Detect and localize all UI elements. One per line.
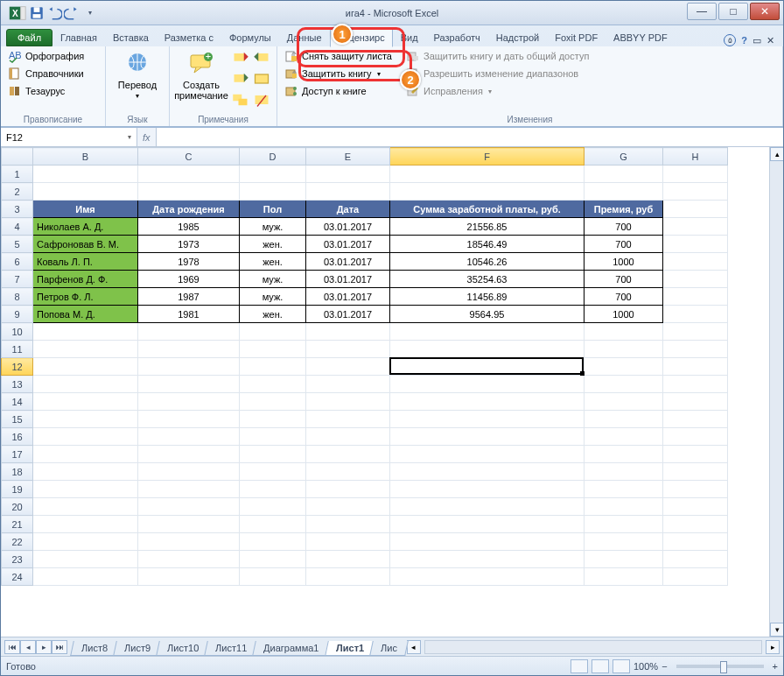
cell[interactable] xyxy=(663,393,728,411)
cell[interactable] xyxy=(33,516,138,533)
row-header[interactable]: 13 xyxy=(2,376,33,393)
cell[interactable] xyxy=(584,463,663,481)
ribbon-tab[interactable]: Foxit PDF xyxy=(547,28,606,46)
cell[interactable] xyxy=(306,516,390,533)
cell[interactable] xyxy=(390,428,584,446)
cell[interactable] xyxy=(138,516,240,533)
row-header[interactable]: 8 xyxy=(2,288,33,306)
row-header[interactable]: 7 xyxy=(2,271,33,288)
cell[interactable] xyxy=(584,446,663,463)
cell[interactable]: 1981 xyxy=(138,306,240,323)
select-all-corner[interactable] xyxy=(2,148,33,165)
show-all-comments-icon[interactable] xyxy=(231,90,250,109)
cell[interactable]: 03.01.2017 xyxy=(306,306,390,323)
cell[interactable] xyxy=(240,341,306,358)
grid[interactable]: BCDEFGH123ИмяДата рожденияПолДатаСумма з… xyxy=(1,147,783,637)
tab-nav-first-icon[interactable]: ⏮ xyxy=(4,640,20,654)
sheet-tab[interactable]: Лист10 xyxy=(156,641,210,656)
ribbon-tab[interactable]: Данные xyxy=(279,28,330,46)
cell[interactable] xyxy=(306,533,390,551)
cell[interactable]: 03.01.2017 xyxy=(306,253,390,271)
save-icon[interactable] xyxy=(29,5,45,21)
cell[interactable] xyxy=(306,411,390,428)
cell[interactable] xyxy=(306,498,390,516)
cell[interactable] xyxy=(390,323,584,341)
cell[interactable]: Николаев А. Д. xyxy=(33,218,138,236)
cell[interactable] xyxy=(584,323,663,341)
cell[interactable] xyxy=(138,481,240,498)
ribbon-tab[interactable]: Вид xyxy=(393,28,426,46)
scroll-left-icon[interactable]: ◂ xyxy=(407,640,421,654)
cell[interactable] xyxy=(240,498,306,516)
row-header[interactable]: 22 xyxy=(2,533,33,551)
cell[interactable] xyxy=(390,341,584,358)
cell[interactable] xyxy=(663,498,728,516)
view-layout-icon[interactable] xyxy=(592,659,609,673)
cell[interactable] xyxy=(33,481,138,498)
cell[interactable] xyxy=(663,463,728,481)
cell[interactable] xyxy=(663,341,728,358)
cell[interactable]: 1978 xyxy=(138,253,240,271)
cell[interactable] xyxy=(390,411,584,428)
cell[interactable] xyxy=(663,218,728,236)
cell[interactable] xyxy=(33,498,138,516)
cell[interactable] xyxy=(584,516,663,533)
cell[interactable] xyxy=(663,183,728,201)
row-header[interactable]: 19 xyxy=(2,481,33,498)
cell[interactable] xyxy=(240,481,306,498)
row-header[interactable]: 10 xyxy=(2,323,33,341)
cell[interactable] xyxy=(306,393,390,411)
cell[interactable] xyxy=(138,463,240,481)
cell[interactable] xyxy=(584,393,663,411)
show-comment-icon[interactable] xyxy=(252,69,271,88)
cell[interactable]: 1985 xyxy=(138,218,240,236)
cell[interactable] xyxy=(584,428,663,446)
cell[interactable]: 18546.49 xyxy=(390,236,584,253)
cell[interactable] xyxy=(390,393,584,411)
cell[interactable] xyxy=(390,516,584,533)
zoom-out-icon[interactable]: − xyxy=(662,661,667,672)
delete-comment-icon[interactable] xyxy=(231,48,250,67)
cell[interactable] xyxy=(240,428,306,446)
cell[interactable] xyxy=(240,165,306,183)
cell[interactable] xyxy=(138,358,240,376)
cell[interactable] xyxy=(663,323,728,341)
cell[interactable]: 03.01.2017 xyxy=(306,218,390,236)
fx-icon[interactable]: fx xyxy=(143,132,150,143)
ribbon-tab[interactable]: ABBYY PDF xyxy=(606,28,676,46)
cell[interactable] xyxy=(306,481,390,498)
undo-icon[interactable] xyxy=(46,5,62,21)
column-header[interactable]: B xyxy=(33,148,138,165)
cell[interactable]: Сафроновав В. М. xyxy=(33,236,138,253)
sheet-tab[interactable]: Диаграмма1 xyxy=(253,641,331,656)
cell[interactable] xyxy=(663,271,728,288)
cell[interactable] xyxy=(33,393,138,411)
cell[interactable]: 1000 xyxy=(584,253,663,271)
row-header[interactable]: 9 xyxy=(2,306,33,323)
cell[interactable] xyxy=(306,446,390,463)
row-header[interactable]: 12 xyxy=(2,358,33,376)
row-header[interactable]: 15 xyxy=(2,411,33,428)
cell[interactable]: муж. xyxy=(240,218,306,236)
column-header[interactable]: E xyxy=(306,148,390,165)
cell[interactable] xyxy=(390,376,584,393)
redo-icon[interactable] xyxy=(64,5,80,21)
cell[interactable] xyxy=(663,358,728,376)
cell[interactable] xyxy=(390,551,584,568)
cell[interactable] xyxy=(33,376,138,393)
tab-nav-next-icon[interactable]: ▸ xyxy=(36,640,52,654)
cell[interactable] xyxy=(584,376,663,393)
cell[interactable] xyxy=(584,568,663,586)
cell[interactable] xyxy=(240,358,306,376)
protect-share-button[interactable]: Защитить книгу и дать общий доступ xyxy=(404,48,591,64)
cell[interactable] xyxy=(390,446,584,463)
cell[interactable] xyxy=(240,516,306,533)
cell[interactable]: Премия, руб xyxy=(584,201,663,218)
cell[interactable] xyxy=(390,568,584,586)
maximize-button[interactable]: □ xyxy=(718,3,748,20)
column-header[interactable]: F xyxy=(390,148,584,165)
cell[interactable] xyxy=(138,428,240,446)
cell[interactable] xyxy=(33,446,138,463)
cell[interactable] xyxy=(663,306,728,323)
cell[interactable]: 9564.95 xyxy=(390,306,584,323)
